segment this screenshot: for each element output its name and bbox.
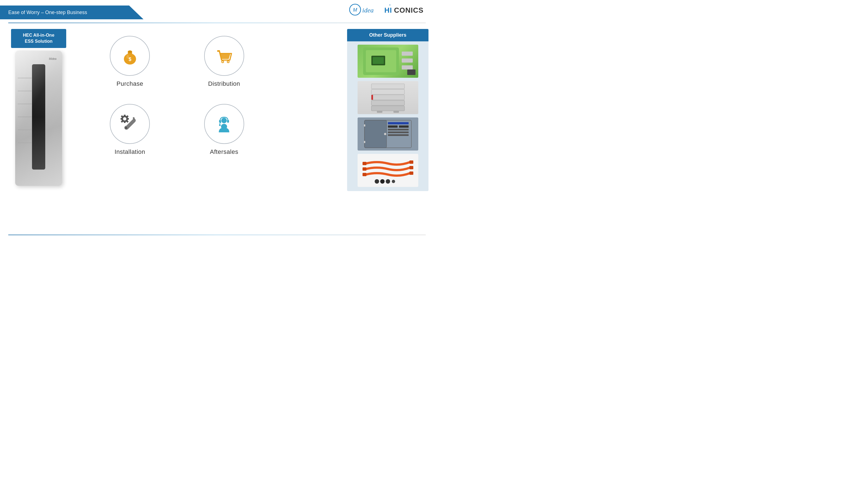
inverter-svg: [360, 46, 415, 76]
svg-rect-21: [127, 118, 129, 120]
svg-text:M: M: [353, 7, 357, 13]
svg-rect-39: [371, 84, 404, 89]
svg-point-13: [222, 61, 223, 62]
svg-point-15: [125, 127, 127, 129]
svg-point-27: [221, 118, 227, 123]
svg-point-10: [126, 55, 129, 59]
svg-rect-58: [363, 162, 366, 165]
device-stripe: [32, 64, 45, 169]
svg-rect-20: [124, 121, 126, 123]
header-banner: Ease of Worry – One-step Business: [0, 5, 144, 19]
svg-rect-36: [402, 52, 413, 56]
logo-area: M idea HI CONICS: [349, 3, 429, 17]
svg-point-30: [219, 124, 221, 126]
headset-person-icon: [214, 115, 234, 134]
svg-point-14: [228, 61, 229, 62]
svg-point-55: [384, 133, 386, 135]
service-aftersales: Aftersales: [188, 104, 260, 156]
header-title: Ease of Worry – One-step Business: [8, 10, 87, 15]
svg-text:HI: HI: [384, 6, 392, 14]
svg-rect-46: [394, 111, 399, 113]
svg-rect-62: [409, 166, 413, 169]
other-suppliers-header: Other Suppliers: [347, 29, 429, 41]
svg-point-18: [123, 117, 126, 121]
battery-svg: [360, 83, 415, 113]
svg-rect-35: [373, 57, 384, 64]
junction-svg: [360, 119, 415, 149]
svg-rect-59: [363, 167, 366, 171]
left-panel: HEC All-in-One ESS Solution Midea: [11, 29, 66, 186]
svg-rect-56: [364, 124, 365, 127]
svg-rect-49: [388, 122, 409, 124]
svg-rect-50: [388, 125, 398, 128]
svg-text:idea: idea: [362, 7, 374, 14]
supplier-img-junction: [358, 118, 418, 151]
svg-rect-44: [371, 95, 373, 100]
svg-rect-43: [371, 106, 404, 111]
device-panel-lines: [18, 78, 32, 156]
svg-point-65: [380, 179, 384, 184]
svg-rect-54: [388, 134, 409, 136]
service-installation: Installation: [94, 104, 166, 156]
svg-rect-60: [363, 173, 366, 176]
hiconics-logo-icon: HI CONICS: [384, 3, 429, 17]
svg-rect-29: [227, 120, 229, 123]
svg-rect-51: [399, 125, 409, 128]
svg-rect-42: [371, 100, 404, 105]
svg-text:CONICS: CONICS: [394, 6, 424, 14]
svg-point-31: [221, 124, 227, 129]
top-divider: [8, 23, 426, 23]
ess-device-image: Midea: [15, 51, 62, 186]
svg-rect-19: [124, 115, 126, 116]
device-brand-label: Midea: [49, 57, 56, 60]
svg-point-66: [386, 179, 390, 184]
svg-rect-57: [364, 141, 365, 143]
money-bag-icon: $: [120, 46, 140, 66]
installation-circle: [110, 104, 150, 144]
svg-rect-45: [377, 111, 382, 113]
bottom-divider: [8, 235, 426, 235]
svg-rect-22: [121, 118, 122, 120]
right-panel: Other Suppliers: [347, 29, 429, 191]
svg-rect-52: [388, 129, 409, 130]
installation-label: Installation: [115, 148, 145, 156]
connectors-svg: [360, 155, 415, 186]
hec-label: HEC All-in-One ESS Solution: [11, 29, 66, 48]
services-grid: $ Purchase Distribut: [77, 30, 277, 161]
svg-point-64: [375, 179, 379, 184]
svg-rect-40: [371, 89, 404, 94]
purchase-label: Purchase: [117, 80, 143, 88]
svg-rect-48: [365, 120, 386, 148]
shopping-cart-icon: [214, 46, 234, 66]
tools-icon: [120, 115, 140, 134]
svg-point-67: [392, 180, 395, 183]
svg-point-8: [128, 51, 132, 53]
supplier-img-inverter: [358, 45, 418, 78]
distribution-label: Distribution: [208, 80, 240, 88]
svg-rect-37: [402, 59, 413, 63]
purchase-circle: $: [110, 36, 150, 76]
midea-logo-icon: M idea: [349, 3, 382, 17]
service-distribution: Distribution: [188, 36, 260, 88]
svg-rect-53: [388, 131, 409, 133]
svg-rect-61: [409, 160, 413, 164]
svg-rect-63: [409, 171, 413, 175]
supplier-images-list: [347, 45, 429, 187]
aftersales-label: Aftersales: [210, 148, 238, 156]
svg-rect-41: [371, 95, 404, 100]
svg-rect-38: [402, 65, 413, 69]
distribution-circle: [204, 36, 244, 76]
aftersales-circle: [204, 104, 244, 144]
supplier-img-connectors: [358, 154, 418, 187]
supplier-img-battery: [358, 81, 418, 114]
service-purchase: $ Purchase: [94, 36, 166, 88]
